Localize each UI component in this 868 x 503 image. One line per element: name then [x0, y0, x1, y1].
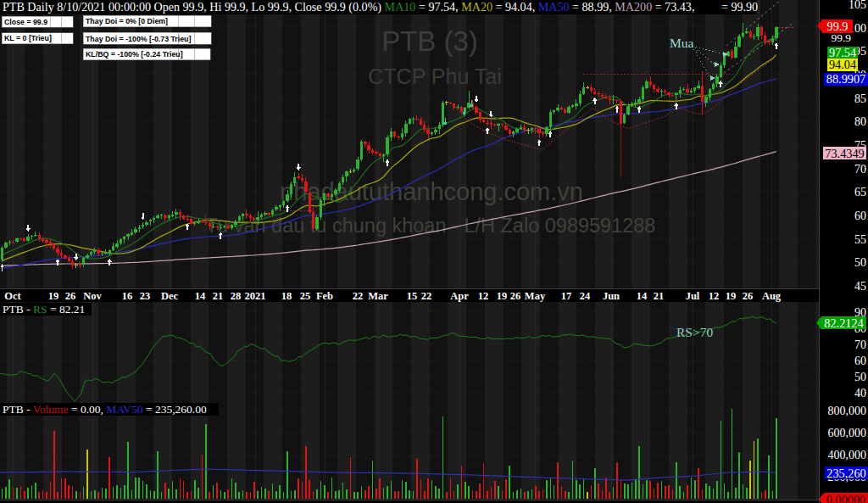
svg-text:RS>70: RS>70 [676, 325, 713, 339]
svg-text:19: 19 [48, 290, 59, 302]
svg-text:25: 25 [300, 290, 311, 302]
svg-text:28: 28 [231, 290, 242, 302]
svg-text:17: 17 [561, 290, 572, 302]
svg-text:97.54: 97.54 [829, 46, 856, 59]
svg-text:CTCP Phu Tai: CTCP Phu Tai [368, 64, 501, 88]
svg-text:105: 105 [849, 0, 866, 11]
svg-text:235,260: 235,260 [826, 467, 865, 480]
svg-text:2021: 2021 [245, 290, 266, 302]
svg-text:73.4349: 73.4349 [825, 147, 864, 160]
svg-text:45: 45 [854, 280, 866, 293]
svg-text:PTB Daily 8/10/2021 00:00:00 O: PTB Daily 8/10/2021 00:00:00 Open 99.9, … [3, 0, 758, 14]
svg-text:Aug: Aug [762, 290, 782, 302]
svg-text:50: 50 [854, 371, 866, 383]
svg-text:26: 26 [510, 290, 521, 302]
svg-text:50: 50 [854, 256, 866, 269]
svg-text:Thay Doi = 0% [0 Diem]: Thay Doi = 0% [0 Diem] [86, 17, 168, 25]
svg-text:94.04: 94.04 [829, 58, 856, 71]
svg-text:18: 18 [281, 290, 292, 302]
svg-text:60: 60 [854, 210, 866, 222]
svg-text:14: 14 [637, 290, 648, 302]
svg-text:23: 23 [140, 290, 151, 302]
svg-text:12: 12 [478, 290, 489, 302]
svg-text:82.2124: 82.2124 [824, 316, 863, 330]
svg-text:19: 19 [726, 290, 737, 302]
svg-text:Dec: Dec [161, 290, 179, 302]
svg-text:Close = 99.9: Close = 99.9 [4, 18, 47, 26]
svg-text:nhadaututhanhcong.com.vn: nhadaututhanhcong.com.vn [280, 178, 583, 205]
svg-text:16: 16 [122, 290, 133, 302]
svg-text:KL/BQ = -100% [-0.24 Trieu]: KL/BQ = -100% [-0.24 Trieu] [86, 50, 183, 59]
svg-text:24: 24 [580, 290, 591, 302]
svg-text:99.9: 99.9 [831, 31, 851, 44]
svg-text:800,000: 800,000 [828, 405, 867, 417]
svg-text:Jun: Jun [603, 290, 620, 302]
svg-text:70: 70 [854, 163, 866, 176]
svg-text:PTB - Volume = 0.00, MAV50 = 2: PTB - Volume = 0.00, MAV50 = 235,260.00 [3, 403, 207, 416]
svg-text:26: 26 [65, 290, 76, 302]
svg-text:85: 85 [854, 92, 866, 105]
svg-text:Thay Doi = -100% [-0.73 Trieu]: Thay Doi = -100% [-0.73 Trieu] [86, 35, 191, 43]
svg-text:Apr: Apr [450, 290, 469, 302]
svg-text:Jul: Jul [686, 290, 700, 302]
svg-text:55: 55 [854, 233, 866, 246]
svg-text:0.00000: 0.00000 [826, 493, 865, 503]
svg-text:21: 21 [654, 290, 665, 302]
svg-text:KL = 0 [Trieu]: KL = 0 [Trieu] [4, 34, 52, 42]
svg-text:12: 12 [709, 290, 720, 302]
svg-text:21: 21 [213, 290, 224, 302]
svg-text:400,000: 400,000 [828, 449, 867, 461]
svg-text:65: 65 [854, 186, 866, 198]
svg-text:Oct: Oct [4, 290, 21, 302]
svg-text:99.9: 99.9 [826, 20, 848, 33]
svg-text:May: May [525, 290, 546, 302]
svg-text:70: 70 [854, 338, 866, 351]
svg-text:14: 14 [195, 290, 206, 302]
svg-text:88.9907: 88.9907 [826, 72, 865, 86]
svg-text:60: 60 [854, 355, 866, 367]
svg-text:Nov: Nov [83, 290, 102, 302]
svg-text:22: 22 [421, 290, 432, 302]
svg-text:Mua: Mua [670, 36, 694, 50]
svg-text:PTB (3): PTB (3) [381, 25, 478, 57]
svg-text:19: 19 [497, 290, 508, 302]
svg-text:22: 22 [353, 290, 364, 302]
svg-text:40: 40 [854, 387, 866, 400]
svg-text:PTB - RS = 82.21: PTB - RS = 82.21 [3, 303, 85, 316]
svg-text:600,000: 600,000 [828, 427, 867, 439]
svg-text:80: 80 [854, 115, 866, 128]
svg-text:Mar: Mar [368, 290, 388, 302]
svg-text:Feb: Feb [316, 290, 333, 302]
svg-text:26: 26 [743, 290, 754, 302]
svg-text:15: 15 [407, 290, 418, 302]
